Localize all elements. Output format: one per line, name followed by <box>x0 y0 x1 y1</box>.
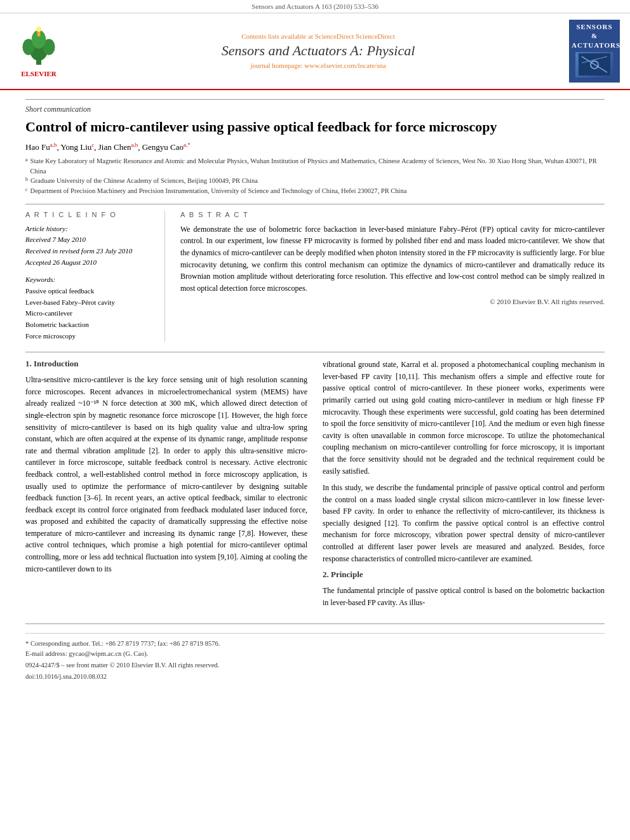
keyword-5: Force microscopy <box>25 331 154 342</box>
section1-right-para2: In this study, we describe the fundament… <box>323 482 605 564</box>
sciencedirect-label: Contents lists available at ScienceDirec… <box>75 32 561 40</box>
article-info-col: A R T I C L E I N F O Article history: R… <box>25 211 165 342</box>
copyright: © 2010 Elsevier B.V. All rights reserved… <box>180 298 605 305</box>
article-footer: * Corresponding author. Tel.: +86 27 871… <box>25 623 605 681</box>
corresponding-author: * Corresponding author. Tel.: +86 27 871… <box>25 639 605 649</box>
author-1: Hao Fua,b <box>25 142 57 152</box>
article-info-abstract: A R T I C L E I N F O Article history: R… <box>25 204 605 342</box>
abstract-col: A B S T R A C T We demonstrate the use o… <box>180 211 605 342</box>
authors-line: Hao Fua,b, Yong Liuc, Jian Chena,b, Geng… <box>25 141 605 152</box>
journal-homepage: journal homepage: www.elsevier.com/locat… <box>75 62 561 69</box>
author-4: , Gengyu Caoa,* <box>138 142 191 152</box>
elsevier-tree-icon <box>16 24 62 70</box>
affiliation-b: bGraduate University of the Chinese Acad… <box>25 176 605 186</box>
issn-info: 0924-4247/$ – see front matter © 2010 El… <box>25 660 605 670</box>
abstract-heading: A B S T R A C T <box>180 211 605 218</box>
keyword-4: Bolometric backaction <box>25 319 154 331</box>
article-content: Short communication Control of micro-can… <box>0 99 630 682</box>
journal-citation: Sensors and Actuators A 163 (2010) 533–5… <box>251 3 379 10</box>
keyword-3: Micro-cantilever <box>25 308 154 319</box>
footer-divider <box>25 633 605 634</box>
received-date: Received 7 May 2010 <box>25 236 86 243</box>
article-history: Article history: Received 7 May 2010 Rec… <box>25 223 154 268</box>
keyword-2: Lever-based Fabry–Pérot cavity <box>25 297 154 309</box>
journal-header: ELSEVIER Contents lists available at Sci… <box>0 13 630 90</box>
article-type: Short communication <box>25 99 605 114</box>
section2-paragraph: The fundamental principle of passive opt… <box>323 585 605 608</box>
body-right-col: vibrational ground state, Karral et al. … <box>323 359 605 613</box>
keywords-section: Keywords: Passive optical feedback Lever… <box>25 276 154 342</box>
affiliation-a: aState Key Laboratory of Magnetic Resona… <box>25 156 605 177</box>
body-left-col: 1. Introduction Ultra-sensitive micro-ca… <box>25 359 307 613</box>
keyword-1: Passive optical feedback <box>25 286 154 297</box>
history-label: Article history: <box>25 225 68 232</box>
author-2: , Yong Liuc <box>57 142 94 152</box>
section1-title: 1. Introduction <box>25 359 307 369</box>
sensors-actuators-badge: SENSORS&ACTUATORS <box>569 20 620 83</box>
journal-title-block: Contents lists available at ScienceDirec… <box>75 32 561 69</box>
section1-right-para1: vibrational ground state, Karral et al. … <box>323 359 605 477</box>
elsevier-wordmark: ELSEVIER <box>21 70 57 77</box>
article-info-heading: A R T I C L E I N F O <box>25 211 154 218</box>
author-3: , Jian Chena,b <box>94 142 138 152</box>
elsevier-logo-block: ELSEVIER <box>10 24 67 77</box>
email-address: E-mail address: gycao@wipm.ac.cn (G. Cao… <box>25 649 605 659</box>
revised-date: Received in revised form 23 July 2010 <box>25 247 132 255</box>
journal-title: Sensors and Actuators A: Physical <box>75 43 561 59</box>
keywords-label: Keywords: <box>25 276 154 283</box>
section1-paragraph: Ultra-sensitive micro-cantilever is the … <box>25 374 307 575</box>
section2-title: 2. Principle <box>323 570 605 580</box>
doi-info: doi:10.1016/j.sna.2010.08.032 <box>25 672 605 682</box>
svg-point-6 <box>36 27 41 32</box>
abstract-text: We demonstrate the use of bolometric for… <box>180 223 605 295</box>
affiliations: aState Key Laboratory of Magnetic Resona… <box>25 156 605 196</box>
affiliation-c: cDepartment of Precision Machinery and P… <box>25 186 605 196</box>
top-bar: Sensors and Actuators A 163 (2010) 533–5… <box>0 0 630 13</box>
article-title: Control of micro-cantilever using passiv… <box>25 118 605 137</box>
body-content: 1. Introduction Ultra-sensitive micro-ca… <box>25 352 605 613</box>
accepted-date: Accepted 26 August 2010 <box>25 258 97 266</box>
badge-image <box>575 52 613 77</box>
